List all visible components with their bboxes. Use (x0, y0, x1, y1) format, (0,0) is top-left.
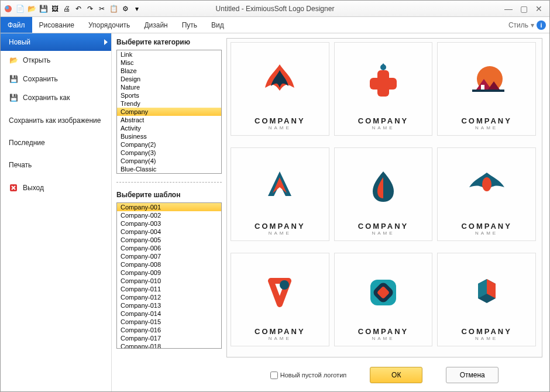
empty-logo-checkbox[interactable]: Новый пустой логотип (270, 372, 347, 379)
logo-caption: COMPANYNAME (461, 327, 511, 341)
list-item[interactable]: Blaze (117, 67, 221, 75)
menu-design[interactable]: Дизайн (137, 17, 174, 33)
minimize-button[interactable]: — (503, 4, 514, 13)
sidebar-print[interactable]: Печать (1, 156, 111, 174)
logo-graphic (463, 258, 510, 327)
list-item[interactable]: Company-012 (117, 293, 221, 301)
sidebar-open[interactable]: 📂Открыть (1, 51, 111, 70)
sidebar-exit[interactable]: Выход (1, 178, 111, 197)
list-item[interactable]: Company-006 (117, 244, 221, 252)
list-item[interactable]: Company-017 (117, 334, 221, 342)
info-icon[interactable]: i (537, 20, 546, 30)
logo-card[interactable]: COMPANYNAME (231, 147, 329, 241)
ok-button[interactable]: ОК (370, 367, 422, 383)
list-item[interactable]: Link (117, 50, 221, 59)
gallery: COMPANYNAMECOMPANYNAMECOMPANYNAMECOMPANY… (226, 38, 542, 357)
list-item[interactable]: Company-005 (117, 236, 221, 244)
logo-graphic (256, 47, 303, 116)
list-item[interactable]: Business (117, 132, 221, 140)
folder-icon: 📂 (9, 56, 18, 65)
svg-point-1 (5, 6, 9, 9)
list-item[interactable]: Company-003 (117, 219, 221, 228)
list-item[interactable]: Company-014 (117, 310, 221, 318)
save-icon: 💾 (9, 74, 18, 84)
undo-icon[interactable]: ↶ (73, 4, 84, 14)
list-item[interactable]: Company(3) (117, 149, 221, 157)
list-item[interactable]: Company-018 (117, 342, 221, 348)
list-item[interactable]: Company-013 (117, 301, 221, 310)
sidebar-save[interactable]: 💾Сохранить (1, 70, 111, 88)
image-icon[interactable]: 🖼 (50, 4, 60, 14)
sidebar: Новый 📂Открыть 💾Сохранить 💾Сохранить как… (1, 33, 112, 391)
logo-graphic (360, 258, 407, 327)
sidebar-recent[interactable]: Последние (1, 134, 111, 152)
list-item[interactable]: Company-001 (117, 203, 221, 211)
dropdown-icon[interactable]: ▾ (132, 4, 142, 14)
new-icon[interactable]: 📄 (15, 4, 25, 14)
list-item[interactable]: Company-004 (117, 228, 221, 236)
logo-graphic (256, 258, 303, 327)
logo-graphic (463, 153, 510, 222)
logo-graphic (463, 47, 510, 116)
template-listbox[interactable]: Company-001Company-002Company-003Company… (116, 202, 222, 349)
menu-draw[interactable]: Рисование (32, 17, 81, 33)
list-item[interactable]: Nature (117, 83, 221, 91)
list-item[interactable]: Sports (117, 91, 221, 99)
logo-card[interactable]: COMPANYNAME (437, 147, 536, 241)
empty-logo-check-input[interactable] (270, 372, 278, 379)
maximize-button[interactable]: ▢ (518, 4, 530, 13)
list-item[interactable]: Company-015 (117, 318, 221, 326)
list-item[interactable]: Company-002 (117, 211, 221, 219)
logo-card[interactable]: COMPANYNAME (437, 42, 536, 136)
list-item[interactable]: Company-016 (117, 326, 221, 334)
redo-icon[interactable]: ↷ (85, 4, 95, 14)
list-item[interactable]: Company (117, 108, 221, 116)
close-button[interactable]: ✕ (533, 4, 545, 13)
list-item[interactable]: Blue-Classic (117, 165, 221, 173)
list-item[interactable]: Company-007 (117, 252, 221, 260)
cancel-button[interactable]: Отмена (446, 367, 499, 383)
sidebar-save-image[interactable]: Сохранить как изображение (1, 112, 111, 129)
sidebar-new[interactable]: Новый (1, 33, 111, 51)
list-item[interactable]: Company-010 (117, 277, 221, 285)
list-item[interactable]: Design (117, 75, 221, 83)
logo-graphic (256, 153, 303, 222)
list-item[interactable]: Activity (117, 124, 221, 132)
list-item[interactable]: Company(2) (117, 140, 221, 149)
svg-point-8 (482, 177, 491, 191)
paste-icon[interactable]: 📋 (108, 4, 119, 14)
list-item[interactable]: Trendy (117, 99, 221, 108)
svg-point-9 (280, 280, 289, 290)
sidebar-saveas[interactable]: 💾Сохранить как (1, 88, 111, 107)
list-item[interactable]: Company(4) (117, 157, 221, 165)
menu-path[interactable]: Путь (175, 17, 204, 33)
options-icon[interactable]: ⚙ (120, 4, 130, 14)
cut-icon[interactable]: ✂ (97, 4, 107, 14)
menu-file[interactable]: Файл (1, 17, 32, 33)
exit-icon (9, 183, 18, 192)
open-icon[interactable]: 📂 (26, 4, 37, 14)
style-label[interactable]: Стиль (508, 21, 528, 29)
menu-view[interactable]: Вид (204, 17, 231, 33)
logo-caption: COMPANYNAME (461, 116, 511, 130)
logo-card[interactable]: COMPANYNAME (437, 253, 536, 346)
logo-card[interactable]: COMPANYNAME (334, 147, 433, 241)
logo-caption: COMPANYNAME (358, 116, 408, 130)
print-icon[interactable]: 🖨 (61, 4, 72, 14)
window-controls: — ▢ ✕ (503, 4, 549, 13)
list-item[interactable]: Abstract (117, 116, 221, 124)
logo-card[interactable]: COMPANYNAME (231, 253, 329, 346)
list-item[interactable]: Company-011 (117, 285, 221, 293)
list-item[interactable]: Company-009 (117, 269, 221, 277)
list-item[interactable]: Company-008 (117, 260, 221, 269)
logo-caption: COMPANYNAME (358, 327, 408, 341)
logo-card[interactable]: COMPANYNAME (334, 253, 433, 346)
logo-card[interactable]: COMPANYNAME (231, 42, 329, 136)
list-item[interactable]: Misc (117, 59, 221, 67)
save-icon[interactable]: 💾 (38, 4, 49, 14)
category-listbox[interactable]: LinkMiscBlazeDesignNatureSportsTrendyCom… (116, 50, 222, 174)
logo-card[interactable]: COMPANYNAME (334, 42, 433, 136)
logo-caption: COMPANYNAME (358, 222, 408, 236)
menu-arrange[interactable]: Упорядочить (81, 17, 137, 33)
logo-graphic (360, 47, 407, 116)
